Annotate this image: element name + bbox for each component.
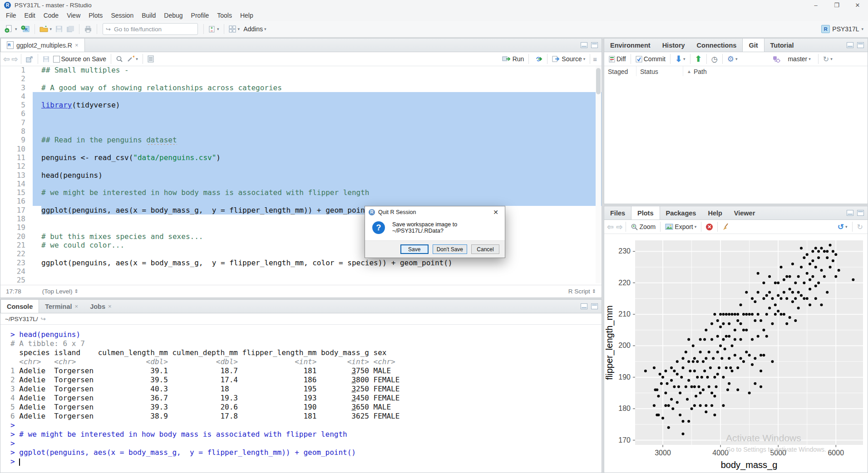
git-minimize-icon[interactable] <box>847 42 853 48</box>
horizontal-splitter-left[interactable] <box>0 297 602 299</box>
menu-code[interactable]: Code <box>39 10 63 20</box>
git-more-button[interactable]: ⚙▾ <box>725 53 740 65</box>
workspace-panes-button[interactable]: ▾ <box>227 24 242 34</box>
cancel-button[interactable]: Cancel <box>471 244 499 254</box>
code-line[interactable]: 14 <box>0 180 602 188</box>
save-source-button[interactable] <box>41 54 51 64</box>
menu-view[interactable]: View <box>63 10 84 20</box>
code-line[interactable]: 20# but this mixes species and sexes... <box>0 232 602 241</box>
git-file-list[interactable] <box>604 76 868 204</box>
tab-git[interactable]: Git <box>742 39 764 52</box>
column-staged[interactable]: Staged <box>604 66 636 77</box>
editor-tab-close-icon[interactable]: × <box>75 42 79 49</box>
plots-refresh-button[interactable]: ↻ <box>855 221 865 233</box>
clear-plots-button[interactable] <box>720 222 732 232</box>
new-file-button[interactable]: + ▾ <box>3 24 19 34</box>
save-all-button[interactable] <box>64 24 76 34</box>
rerun-button[interactable] <box>532 54 544 63</box>
publish-plot-button[interactable]: ↺▾ <box>836 221 849 233</box>
project-selector[interactable]: R PSY317L ▾ <box>821 25 863 33</box>
menu-profile[interactable]: Profile <box>187 10 213 20</box>
tab-help[interactable]: Help <box>702 206 728 219</box>
tab-environment[interactable]: Environment <box>604 39 656 52</box>
code-line[interactable]: 24 <box>0 267 602 276</box>
tab-connections[interactable]: Connections <box>691 39 743 52</box>
show-in-new-window-button[interactable] <box>24 54 35 64</box>
goto-directory-icon[interactable]: ↪ <box>40 315 45 322</box>
source-on-save-checkbox[interactable]: Source on Save <box>51 54 108 64</box>
menu-tools[interactable]: Tools <box>213 10 236 20</box>
tab-jobs[interactable]: Jobs× <box>84 300 117 313</box>
editor-tab-ggplot2-multiples[interactable]: R ggplot2_multiples.R × <box>0 39 85 52</box>
find-replace-button[interactable] <box>114 54 125 64</box>
code-line[interactable]: 23ggplot(penguins, aes(x = body_mass_g, … <box>0 258 602 267</box>
tab-viewer[interactable]: Viewer <box>728 206 761 219</box>
tab-tutorial[interactable]: Tutorial <box>764 39 800 52</box>
console-output[interactable]: > head(penguins)# A tibble: 6 x 7 specie… <box>0 324 602 473</box>
code-line[interactable]: 4 <box>0 92 602 101</box>
run-button[interactable]: Run <box>500 54 526 64</box>
next-plot-icon[interactable]: ⇨ <box>616 222 622 232</box>
code-line[interactable]: 15# we might be interested in how body m… <box>0 188 602 197</box>
code-line[interactable]: 16 <box>0 197 602 205</box>
editor-minimize-icon[interactable] <box>581 42 587 48</box>
jobs-close-icon[interactable]: × <box>108 303 112 310</box>
previous-plot-icon[interactable]: ⇦ <box>607 222 613 232</box>
print-button[interactable] <box>82 24 94 34</box>
code-line[interactable]: 9## Read in the penguins dataset <box>0 136 602 144</box>
code-line[interactable]: 3# A good way of showing relationships a… <box>0 83 602 92</box>
push-button[interactable]: ⬆ <box>693 53 704 65</box>
console-minimize-icon[interactable] <box>581 303 587 309</box>
menu-plots[interactable]: Plots <box>84 10 107 20</box>
editor-maximize-icon[interactable] <box>591 42 598 48</box>
goto-file-input[interactable] <box>113 25 195 33</box>
tab-packages[interactable]: Packages <box>660 206 702 219</box>
nav-back-icon[interactable]: ⇦ <box>3 54 10 64</box>
terminal-close-icon[interactable]: × <box>75 303 79 310</box>
menu-session[interactable]: Session <box>107 10 138 20</box>
nav-forward-icon[interactable]: ⇨ <box>11 54 18 64</box>
code-line[interactable]: 19 <box>0 223 602 232</box>
minimize-button[interactable]: – <box>805 0 826 10</box>
vertical-splitter[interactable] <box>602 38 604 473</box>
document-outline-icon[interactable]: ≡ <box>593 55 597 63</box>
branch-selector[interactable]: master▾ <box>786 54 812 64</box>
menu-edit[interactable]: Edit <box>20 10 39 20</box>
code-line[interactable]: 11penguins <- read_csv("data/penguins.cs… <box>0 153 602 162</box>
horizontal-splitter-right[interactable] <box>604 204 868 206</box>
tab-terminal[interactable]: Terminal× <box>39 300 84 313</box>
code-line[interactable]: 8 <box>0 127 602 136</box>
export-plot-button[interactable]: Export▾ <box>663 222 698 232</box>
git-refresh-button[interactable]: ↻▾ <box>821 54 834 65</box>
scope-selector[interactable]: (Top Level) <box>42 288 73 295</box>
tab-files[interactable]: Files <box>604 206 631 219</box>
history-button[interactable]: ◷ <box>710 54 720 65</box>
code-line[interactable]: 18 <box>0 215 602 223</box>
code-editor[interactable]: 1## Small multiples -23# A good way of s… <box>0 66 602 285</box>
menu-build[interactable]: Build <box>138 10 160 20</box>
editor-scrollbar-thumb[interactable] <box>596 68 601 94</box>
close-button[interactable]: ✕ <box>847 0 868 10</box>
remove-plot-button[interactable]: ✕ <box>704 222 715 232</box>
version-control-button[interactable]: +− ▾ <box>207 24 221 34</box>
menu-help[interactable]: Help <box>236 10 257 20</box>
column-status[interactable]: Status <box>636 66 683 77</box>
tab-plots[interactable]: Plots <box>631 206 660 219</box>
code-line[interactable]: 25 <box>0 276 602 284</box>
diff-button[interactable]: Diff <box>607 54 628 64</box>
compile-report-button[interactable] <box>146 54 156 64</box>
dont-save-button[interactable]: Don't Save <box>433 244 467 254</box>
menu-file[interactable]: File <box>2 10 20 20</box>
plots-maximize-icon[interactable] <box>857 210 864 216</box>
maximize-button[interactable]: ❐ <box>826 0 847 10</box>
code-tools-button[interactable]: ✦▾ <box>125 54 140 64</box>
editor-scrollbar[interactable] <box>596 67 601 283</box>
code-line[interactable]: 10 <box>0 145 602 153</box>
code-line[interactable]: 1## Small multiples - <box>0 66 602 74</box>
code-line[interactable]: 22 <box>0 249 602 258</box>
plots-minimize-icon[interactable] <box>847 210 853 216</box>
open-file-button[interactable]: ▾ <box>38 24 54 34</box>
git-maximize-icon[interactable] <box>857 42 864 48</box>
file-type-selector[interactable]: R Script <box>568 288 590 295</box>
save-button[interactable] <box>54 24 64 34</box>
